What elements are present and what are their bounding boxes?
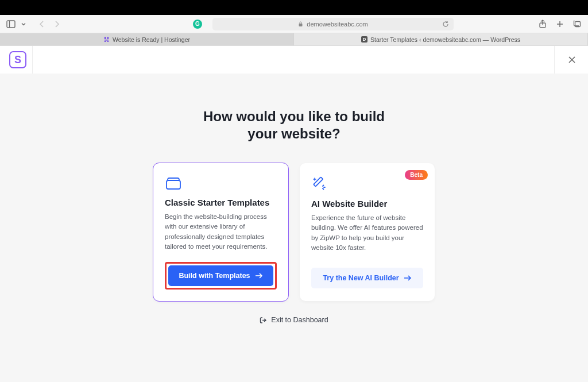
new-tab-icon[interactable] [555, 19, 565, 29]
favicon-starter-templates-icon: D [361, 36, 368, 43]
grammarly-icon[interactable]: G [193, 20, 202, 29]
cta-highlight-frame: Build with Templates [165, 262, 277, 290]
lock-icon [298, 21, 303, 27]
arrow-right-icon [255, 272, 263, 279]
browser-tab-label: Starter Templates ‹ demowebsiteabc.com —… [370, 36, 520, 43]
card-classic-templates[interactable]: Classic Starter Templates Begin the webs… [153, 163, 288, 301]
button-label: Build with Templates [179, 272, 250, 280]
browser-tab[interactable]: D Starter Templates ‹ demowebsiteabc.com… [294, 33, 588, 45]
beta-badge: Beta [405, 170, 428, 180]
box-stack-icon [165, 176, 277, 191]
browser-tab[interactable]: Website is Ready | Hostinger [0, 33, 294, 45]
svg-rect-0 [7, 21, 15, 28]
window-top-blackbar [0, 0, 588, 15]
exit-row: Exit to Dashboard [0, 316, 588, 324]
exit-label: Exit to Dashboard [271, 316, 328, 324]
app-logo[interactable]: S [9, 51, 26, 68]
sidebar-toggle-icon[interactable] [6, 19, 16, 29]
button-label: Try the New AI Builder [323, 274, 399, 282]
close-button[interactable] [567, 55, 577, 64]
chevron-down-icon[interactable] [21, 19, 26, 29]
nav-back-button[interactable] [37, 19, 47, 29]
address-bar[interactable]: demowebsiteabc.com [212, 18, 454, 30]
address-text: demowebsiteabc.com [307, 21, 368, 28]
card-ai-builder[interactable]: Beta AI Website Builder Experience the f… [300, 163, 435, 301]
browser-toolbar: G demowebsiteabc.com [0, 15, 588, 33]
exit-to-dashboard-link[interactable]: Exit to Dashboard [260, 316, 328, 324]
tab-overview-icon[interactable] [572, 19, 582, 29]
heading-line: your website? [247, 126, 340, 141]
nav-forward-button[interactable] [52, 19, 62, 29]
favicon-hostinger-icon [103, 36, 110, 43]
card-title: AI Website Builder [311, 199, 423, 209]
try-ai-builder-button[interactable]: Try the New AI Builder [311, 268, 423, 288]
heading-line: How would you like to build [203, 109, 385, 124]
header-divider-right [554, 46, 555, 74]
app-logo-letter: S [14, 54, 21, 66]
card-row: Classic Starter Templates Begin the webs… [0, 163, 588, 301]
header-divider [32, 46, 33, 74]
exit-icon [260, 317, 267, 324]
app-header: S [0, 46, 588, 74]
browser-tabstrip: Website is Ready | Hostinger D Starter T… [0, 33, 588, 46]
card-description: Begin the website-building process with … [165, 212, 277, 252]
page-heading: How would you like to build your website… [0, 108, 588, 142]
svg-rect-2 [299, 24, 303, 26]
arrow-right-icon [404, 275, 412, 281]
share-icon[interactable] [537, 19, 548, 29]
card-title: Classic Starter Templates [165, 198, 277, 207]
refresh-icon[interactable] [442, 21, 449, 28]
card-description: Experience the future of website buildin… [311, 213, 423, 253]
svg-rect-9 [167, 180, 180, 189]
browser-tab-label: Website is Ready | Hostinger [113, 36, 190, 43]
build-with-templates-button[interactable]: Build with Templates [168, 265, 273, 286]
main-stage: How would you like to build your website… [0, 74, 588, 382]
